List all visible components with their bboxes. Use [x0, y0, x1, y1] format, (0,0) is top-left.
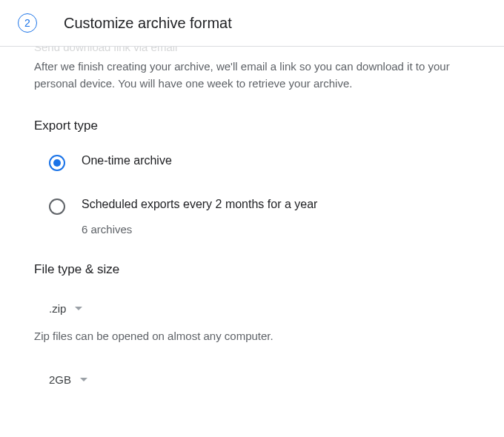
- export-type-heading: Export type: [34, 119, 470, 133]
- chevron-down-icon: [75, 307, 82, 310]
- page-title: Customize archive format: [64, 15, 232, 32]
- file-size-dropdown[interactable]: 2GB: [43, 369, 93, 390]
- radio-button-icon: [49, 199, 65, 215]
- file-type-size-heading: File type & size: [34, 262, 470, 277]
- export-type-radio-group: One-time archive Scheduled exports every…: [34, 154, 470, 236]
- content-area: After we finish creating your archive, w…: [0, 47, 504, 390]
- radio-subtext: 6 archives: [82, 223, 317, 236]
- chevron-down-icon: [80, 378, 87, 381]
- step-number: 2: [24, 17, 30, 29]
- radio-label: One-time archive: [82, 154, 172, 167]
- step-number-badge: 2: [18, 13, 37, 33]
- radio-scheduled-exports[interactable]: Scheduled exports every 2 months for a y…: [49, 198, 470, 236]
- radio-label: Scheduled exports every 2 months for a y…: [82, 198, 317, 211]
- radio-button-icon: [49, 155, 65, 171]
- file-type-dropdown[interactable]: .zip: [43, 298, 88, 319]
- file-type-value: .zip: [49, 302, 66, 315]
- radio-one-time-archive[interactable]: One-time archive: [49, 154, 470, 171]
- file-size-value: 2GB: [49, 373, 71, 386]
- step-header: 2 Customize archive format: [0, 0, 504, 47]
- description-text: After we finish creating your archive, w…: [34, 59, 470, 92]
- file-type-section: .zip Zip files can be opened on almost a…: [34, 298, 470, 390]
- radio-dot-icon: [53, 159, 61, 167]
- file-type-description: Zip files can be opened on almost any co…: [34, 330, 470, 342]
